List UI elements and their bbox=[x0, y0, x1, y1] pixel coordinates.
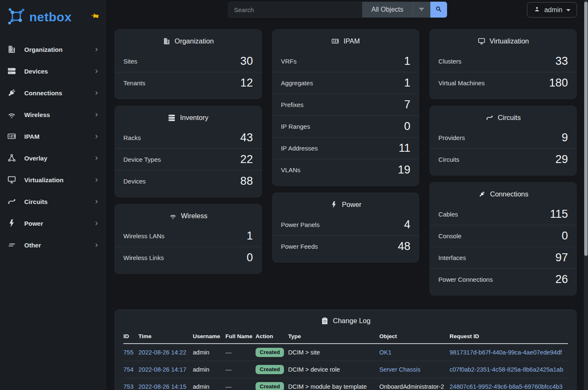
card-power: Power Power Panels4 Power Feeds48 bbox=[272, 193, 419, 263]
transit-icon bbox=[486, 114, 493, 122]
stat-value[interactable]: 48 bbox=[398, 240, 410, 253]
stat-row: Sites30 bbox=[115, 50, 261, 72]
stat-value[interactable]: 26 bbox=[555, 273, 568, 286]
search-input[interactable] bbox=[228, 2, 363, 18]
change-id-link[interactable]: 754 bbox=[123, 366, 133, 373]
user-menu-button[interactable]: admin bbox=[527, 2, 577, 18]
sidebar-item-organization[interactable]: Organization bbox=[0, 38, 107, 60]
card-title-text: Inventory bbox=[180, 114, 208, 122]
clipboard-clock-icon bbox=[321, 317, 329, 325]
card-header: Connections bbox=[430, 183, 576, 203]
card-wireless: Wireless Wireless LANs1 Wireless Links0 bbox=[115, 204, 262, 274]
stat-value[interactable]: 11 bbox=[399, 142, 410, 155]
change-time-link[interactable]: 2022-08-26 14:17 bbox=[138, 366, 187, 373]
stat-row: IP Addresses11 bbox=[273, 137, 419, 159]
sidebar-item-other[interactable]: Other bbox=[0, 234, 107, 256]
request-id-link[interactable]: 24807c61-9952-49c6-b8a5-69760bfcc4b3 bbox=[450, 383, 562, 390]
logo[interactable]: netbox bbox=[0, 0, 107, 33]
stat-label: VRFs bbox=[281, 58, 297, 65]
card-header: Organization bbox=[115, 30, 261, 50]
scrollbar-thumb[interactable] bbox=[584, 2, 588, 256]
cable-icon bbox=[478, 190, 486, 198]
stat-value[interactable]: 43 bbox=[240, 131, 253, 144]
stat-row: Power Panels4 bbox=[273, 214, 419, 235]
sidebar-item-virtualization[interactable]: Virtualization bbox=[0, 169, 107, 191]
sidebar-item-label: Overlay bbox=[24, 155, 94, 162]
sidebar-item-circuits[interactable]: Circuits bbox=[0, 191, 107, 212]
stat-value[interactable]: 12 bbox=[240, 76, 253, 89]
dashboard-column-2: IPAM VRFs1 Aggregates1 Prefixes7 IP Rang… bbox=[272, 29, 419, 263]
sidebar-item-label: Power bbox=[24, 220, 94, 227]
object-link[interactable]: Server Chassis bbox=[379, 366, 420, 373]
stat-value[interactable]: 1 bbox=[404, 55, 410, 68]
search-scope-button[interactable]: All Objects bbox=[362, 2, 412, 18]
page-scrollbar[interactable] bbox=[584, 0, 588, 390]
request-id-link[interactable]: c07f0ab2-2351-4c58-825a-8b6a2425a1ab bbox=[450, 366, 563, 373]
sidebar-item-power[interactable]: Power bbox=[0, 212, 107, 234]
stat-row: Tenants12 bbox=[115, 72, 261, 94]
stat-value[interactable]: 115 bbox=[550, 208, 568, 221]
stat-row: Devices88 bbox=[115, 170, 261, 192]
stat-row: VLANs19 bbox=[273, 159, 419, 181]
sidebar-item-wireless[interactable]: Wireless bbox=[0, 104, 107, 125]
sidebar-item-label: Connections bbox=[24, 89, 94, 97]
caret-down-icon bbox=[566, 9, 570, 11]
stat-value[interactable]: 29 bbox=[555, 153, 568, 166]
sidebar-item-devices[interactable]: Devices bbox=[0, 60, 107, 82]
fullname-cell: — bbox=[225, 378, 256, 390]
change-id-link[interactable]: 753 bbox=[123, 383, 133, 390]
column-header-action: Action bbox=[256, 331, 288, 344]
chevron-right-icon bbox=[94, 47, 99, 52]
stat-value[interactable]: 9 bbox=[562, 131, 568, 144]
card-ipam: IPAM VRFs1 Aggregates1 Prefixes7 IP Rang… bbox=[272, 29, 419, 186]
change-id-link[interactable]: 755 bbox=[123, 349, 133, 356]
stat-row: Circuits29 bbox=[430, 148, 576, 170]
stat-label: Power Panels bbox=[281, 221, 320, 228]
stat-value[interactable]: 19 bbox=[398, 163, 410, 176]
username-cell: admin bbox=[193, 378, 225, 390]
sidebar-item-overlay[interactable]: Overlay bbox=[0, 147, 107, 169]
sidebar-item-label: Devices bbox=[24, 68, 94, 75]
stat-label: VLANs bbox=[281, 166, 301, 173]
request-id-link[interactable]: 9817317d-b67f-440a-99ca-4ae07ede94df bbox=[450, 349, 562, 356]
filter-button[interactable] bbox=[413, 2, 430, 18]
column-header-type: Type bbox=[288, 331, 379, 344]
pin-sidebar-icon[interactable] bbox=[91, 12, 99, 20]
username-cell: admin bbox=[193, 361, 225, 378]
stat-value[interactable]: 0 bbox=[247, 251, 253, 264]
change-time-link[interactable]: 2022-08-26 14:15 bbox=[138, 383, 187, 390]
sidebar-nav: Organization Devices Connections Wireles… bbox=[0, 33, 107, 256]
sidebar-item-ipam[interactable]: IPAM bbox=[0, 125, 107, 147]
change-time-link[interactable]: 2022-08-26 14:22 bbox=[138, 349, 187, 356]
stat-value[interactable]: 22 bbox=[240, 153, 253, 166]
stat-value[interactable]: 0 bbox=[562, 229, 568, 242]
stat-value[interactable]: 4 bbox=[404, 218, 410, 231]
plug-icon bbox=[7, 88, 17, 98]
stat-value[interactable]: 0 bbox=[404, 120, 410, 133]
graph-icon bbox=[7, 153, 17, 163]
logo-wordmark: netbox bbox=[29, 10, 72, 24]
stat-value[interactable]: 33 bbox=[555, 55, 568, 68]
card-title-text: Circuits bbox=[498, 114, 521, 122]
lines-icon bbox=[7, 240, 17, 250]
stat-row: VRFs1 bbox=[273, 50, 419, 72]
username-cell: admin bbox=[193, 344, 225, 361]
fullname-cell: — bbox=[225, 361, 256, 378]
stat-value[interactable]: 180 bbox=[549, 76, 568, 89]
chevron-right-icon bbox=[94, 155, 99, 161]
object-link[interactable]: OK1 bbox=[379, 349, 391, 356]
stat-value[interactable]: 88 bbox=[240, 175, 253, 188]
sidebar-item-connections[interactable]: Connections bbox=[0, 82, 107, 104]
stat-value[interactable]: 30 bbox=[240, 55, 253, 68]
stat-label: Circuits bbox=[438, 156, 459, 163]
stat-label: Clusters bbox=[438, 58, 461, 65]
stat-value[interactable]: 1 bbox=[247, 229, 253, 242]
card-virtualization: Virtualization Clusters33 Virtual Machin… bbox=[429, 29, 577, 99]
stat-value[interactable]: 7 bbox=[404, 98, 410, 111]
stat-row: Racks43 bbox=[115, 127, 261, 148]
stat-row: Power Connections26 bbox=[430, 268, 576, 290]
stat-value[interactable]: 97 bbox=[555, 251, 568, 264]
column-header-requestid: Request ID bbox=[450, 331, 568, 344]
stat-value[interactable]: 1 bbox=[404, 76, 410, 89]
search-submit-button[interactable] bbox=[430, 2, 447, 18]
